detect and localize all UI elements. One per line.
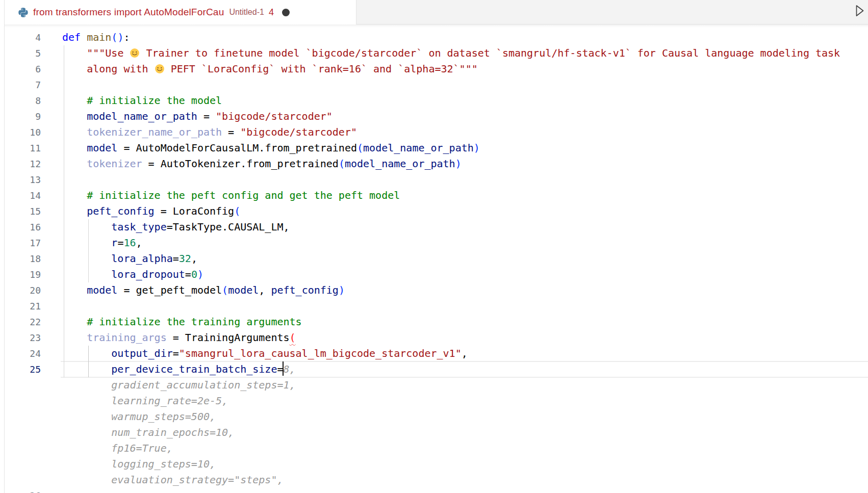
line-number: 11 xyxy=(5,140,62,156)
editor-left-border xyxy=(4,0,5,493)
line-number: 17 xyxy=(5,235,62,251)
tab-bar: from transformers import AutoModelForCau… xyxy=(5,0,868,24)
code-line[interactable]: 25 per_device_train_batch_size=8, xyxy=(5,361,868,377)
code-line[interactable]: 18 lora_alpha=32, xyxy=(5,251,868,267)
inline-suggestion-line: evaluation_strategy="steps", xyxy=(5,472,868,488)
line-number xyxy=(5,393,62,409)
line-number: 24 xyxy=(5,346,62,361)
code-line[interactable]: 12 tokenizer = AutoTokenizer.from_pretra… xyxy=(5,156,868,172)
line-number: 21 xyxy=(5,298,62,314)
inline-suggestion-line: fp16=True, xyxy=(5,440,868,456)
line-number: 25 xyxy=(5,361,62,377)
line-number: 6 xyxy=(5,61,62,77)
line-number xyxy=(5,440,62,456)
tab-dirty-indicator[interactable] xyxy=(282,9,290,16)
code-line[interactable]: 5 """Use Trainer to finetune model `bigc… xyxy=(5,45,868,61)
code-line[interactable]: 4def main(): xyxy=(5,30,868,45)
line-number: 10 xyxy=(5,124,62,140)
line-number: 26 xyxy=(5,488,62,493)
code-line[interactable]: 20 model = get_peft_model(model, peft_co… xyxy=(5,282,868,298)
line-number: 15 xyxy=(5,203,62,219)
inline-suggestion-line: learning_rate=2e-5, xyxy=(5,393,868,409)
inline-suggestion-line: num_train_epochs=10, xyxy=(5,425,868,440)
line-number xyxy=(5,456,62,472)
line-number: 19 xyxy=(5,267,62,282)
tab-error-count-badge: 4 xyxy=(269,7,274,18)
line-number xyxy=(5,472,62,488)
editor-window: from transformers import AutoModelForCau… xyxy=(0,0,868,493)
code-line[interactable]: 9 model_name_or_path = "bigcode/starcode… xyxy=(5,109,868,124)
python-icon xyxy=(18,7,29,18)
code-line[interactable]: 7 xyxy=(5,77,868,93)
line-number: 18 xyxy=(5,251,62,267)
line-number xyxy=(5,377,62,393)
editor-rows: 4def main():5 """Use Trainer to finetune… xyxy=(5,30,868,493)
line-number: 8 xyxy=(5,93,62,109)
code-line[interactable]: 26 xyxy=(5,488,868,493)
hugging-face-emoji xyxy=(155,64,165,74)
code-line[interactable]: 21 xyxy=(5,298,868,314)
code-line[interactable]: 15 peft_config = LoraConfig( xyxy=(5,203,868,219)
code-editor[interactable]: 4def main():5 """Use Trainer to finetune… xyxy=(5,24,868,493)
tab-title: from transformers import AutoModelForCau xyxy=(33,7,224,18)
line-number: 22 xyxy=(5,314,62,330)
code-line[interactable]: 19 lora_dropout=0) xyxy=(5,267,868,282)
inline-suggestion-line: warmup_steps=500, xyxy=(5,409,868,425)
play-icon xyxy=(855,5,864,17)
code-line[interactable]: 16 task_type=TaskType.CAUSAL_LM, xyxy=(5,219,868,235)
code-line[interactable]: 22 # initialize the training arguments xyxy=(5,314,868,330)
line-number xyxy=(5,425,62,440)
code-line[interactable]: 11 model = AutoModelForCausalLM.from_pre… xyxy=(5,140,868,156)
inline-suggestion-line: logging_steps=10, xyxy=(5,456,868,472)
run-button[interactable] xyxy=(853,3,867,18)
code-line[interactable]: 10 tokenizer_name_or_path = "bigcode/sta… xyxy=(5,124,868,140)
code-line[interactable]: 14 # initialize the peft config and get … xyxy=(5,188,868,203)
line-number: 12 xyxy=(5,156,62,172)
tab-untitled-1[interactable]: from transformers import AutoModelForCau… xyxy=(5,0,356,24)
inline-suggestion-line: gradient_accumulation_steps=1, xyxy=(5,377,868,393)
line-number: 20 xyxy=(5,282,62,298)
line-number: 5 xyxy=(5,45,62,61)
line-number: 9 xyxy=(5,109,62,124)
line-number xyxy=(5,409,62,425)
line-number: 16 xyxy=(5,219,62,235)
code-line[interactable]: 23 training_args = TrainingArguments( xyxy=(5,330,868,346)
code-line[interactable]: 24 output_dir="smangrul_lora_causal_lm_b… xyxy=(5,346,868,361)
code-line[interactable]: 8 # initialize the model xyxy=(5,93,868,109)
code-line[interactable]: 17 r=16, xyxy=(5,235,868,251)
line-number: 4 xyxy=(5,30,62,45)
line-number: 13 xyxy=(5,172,62,188)
tab-description: Untitled-1 xyxy=(229,8,264,17)
line-number: 14 xyxy=(5,188,62,203)
hugging-face-emoji xyxy=(130,48,140,58)
code-line[interactable]: 13 xyxy=(5,172,868,188)
line-number: 23 xyxy=(5,330,62,346)
code-line[interactable]: 6 along with PEFT `LoraConfig` with `ran… xyxy=(5,61,868,77)
line-number: 7 xyxy=(5,77,62,93)
tab-bar-empty-space xyxy=(356,0,868,24)
